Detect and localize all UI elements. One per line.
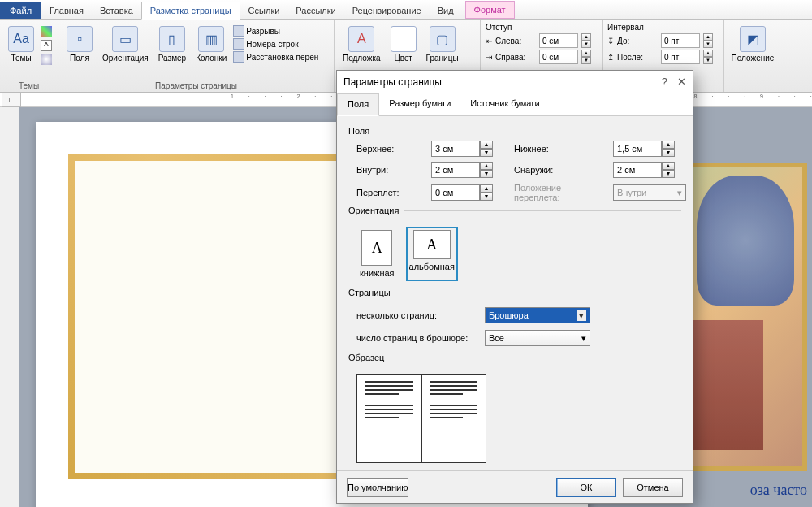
margins-icon: ▫ — [67, 26, 93, 52]
tab-bar: Файл Главная Вставка Разметка страницы С… — [0, 0, 812, 20]
tab-home[interactable]: Главная — [41, 2, 92, 19]
vertical-ruler[interactable] — [0, 107, 19, 507]
tab-file[interactable]: Файл — [0, 2, 41, 19]
spacing-before-up[interactable]: ▲ — [703, 33, 713, 41]
indent-left-up[interactable]: ▲ — [581, 33, 591, 41]
margin-top-input[interactable] — [431, 141, 480, 157]
indent-left-down[interactable]: ▼ — [581, 41, 591, 48]
indent-right-down[interactable]: ▼ — [581, 57, 591, 64]
orientation-icon: ▭ — [112, 26, 138, 52]
margin-outside-input[interactable] — [613, 162, 662, 178]
theme-colors-icon[interactable] — [41, 26, 52, 37]
watermark-button[interactable]: AПодложка — [339, 24, 384, 64]
margin-inside-up[interactable]: ▲ — [480, 162, 493, 170]
tab-insert[interactable]: Вставка — [92, 2, 141, 19]
spacing-after-input[interactable]: 0 пт — [661, 50, 700, 64]
ok-button[interactable]: ОК — [556, 478, 616, 497]
margin-bottom-up[interactable]: ▲ — [662, 141, 675, 149]
dialog-help-button[interactable]: ? — [662, 76, 667, 88]
multi-pages-value: Брошюра — [489, 310, 529, 320]
margin-bottom-down[interactable]: ▼ — [662, 149, 675, 157]
margin-outside-down[interactable]: ▼ — [662, 170, 675, 178]
section-margins-title: Поля — [348, 126, 681, 136]
default-button[interactable]: По умолчанию — [347, 478, 408, 497]
dialog-tabs: Поля Размер бумаги Источник бумаги — [337, 93, 693, 116]
margin-inside-label: Внутри: — [356, 165, 421, 175]
margin-bottom-label: Нижнее: — [514, 144, 603, 154]
themes-icon: Aa — [8, 26, 34, 52]
size-button[interactable]: ▯Размер — [155, 24, 189, 64]
cancel-button[interactable]: Отмена — [623, 478, 683, 497]
spacing-before-input[interactable]: 0 пт — [661, 33, 700, 48]
spacing-before-down[interactable]: ▼ — [703, 41, 713, 48]
dialog-title: Параметры страницы — [343, 76, 442, 88]
columns-label: Колонки — [196, 54, 227, 63]
theme-effects-icon[interactable] — [41, 54, 52, 65]
position-icon: ◩ — [740, 26, 766, 52]
themes-button[interactable]: Aa Темы — [5, 24, 37, 64]
gutter-pos-label: Положение переплета: — [514, 183, 603, 202]
tab-selector[interactable]: ∟ — [2, 93, 21, 107]
dialog-tab-paper[interactable]: Размер бумаги — [379, 93, 460, 115]
line-numbers-label: Номера строк — [246, 40, 298, 49]
landscape-icon: A — [413, 230, 451, 259]
dialog-close-button[interactable]: ✕ — [677, 76, 686, 88]
tab-view[interactable]: Вид — [430, 2, 462, 19]
multi-pages-select[interactable]: Брошюра▾ — [485, 307, 590, 323]
orientation-landscape-button[interactable]: A альбомная — [406, 227, 458, 281]
breaks-button[interactable]: Разрывы — [233, 24, 318, 37]
tab-references[interactable]: Ссылки — [240, 2, 288, 19]
orientation-portrait-button[interactable]: A книжная — [356, 227, 398, 281]
dialog-titlebar: Параметры страницы ? ✕ — [337, 71, 693, 93]
orientation-button[interactable]: ▭Ориентация — [99, 24, 152, 64]
hyphenation-button[interactable]: Расстановка перен — [233, 50, 318, 63]
theme-fonts-icon[interactable]: A — [41, 40, 52, 51]
section-orientation-title: Ориентация — [348, 206, 404, 215]
breaks-icon — [233, 25, 244, 37]
tab-mailings[interactable]: Рассылки — [287, 2, 343, 19]
columns-icon: ▥ — [198, 26, 224, 52]
watermark-icon: A — [348, 26, 374, 52]
margin-top-down[interactable]: ▼ — [480, 149, 493, 157]
gutter-label: Переплет: — [356, 188, 421, 197]
gutter-up[interactable]: ▲ — [480, 184, 493, 193]
dialog-tab-source[interactable]: Источник бумаги — [460, 93, 549, 115]
margin-inside-input[interactable] — [431, 162, 480, 178]
tab-review[interactable]: Рецензирование — [344, 2, 430, 19]
margin-outside-label: Снаружи: — [514, 165, 603, 175]
page-borders-button[interactable]: ▢Границы — [423, 24, 462, 64]
columns-button[interactable]: ▥Колонки — [192, 24, 230, 64]
gutter-input[interactable] — [431, 184, 480, 201]
indent-right-input[interactable]: 0 см — [539, 50, 578, 64]
line-numbers-button[interactable]: Номера строк — [233, 37, 318, 50]
dialog-tab-margins[interactable]: Поля — [337, 93, 379, 116]
indent-right-up[interactable]: ▲ — [581, 50, 591, 57]
sheets-select[interactable]: Все▾ — [485, 330, 590, 346]
size-icon: ▯ — [159, 26, 185, 52]
spacing-after-up[interactable]: ▲ — [703, 50, 713, 57]
page-color-button[interactable]: Цвет — [387, 24, 420, 64]
indent-left-input[interactable]: 0 см — [539, 33, 578, 48]
tab-page-layout[interactable]: Разметка страницы — [141, 2, 240, 20]
sheets-value: Все — [489, 333, 504, 343]
landscape-label: альбомная — [409, 262, 455, 271]
page-text-fragment: оза часто — [750, 482, 807, 499]
hyphenation-icon — [233, 51, 244, 63]
tab-format[interactable]: Формат — [465, 1, 515, 19]
margin-outside-up[interactable]: ▲ — [662, 162, 675, 170]
gutter-pos-value: Внутри — [617, 188, 646, 197]
gutter-down[interactable]: ▼ — [480, 193, 493, 201]
spacing-after-label: После: — [617, 53, 658, 62]
margin-bottom-input[interactable] — [613, 141, 662, 157]
margins-button[interactable]: ▫Поля — [63, 24, 96, 64]
spacing-title: Интервал — [607, 23, 719, 32]
multi-pages-label: несколько страниц: — [356, 310, 478, 320]
spacing-after-down[interactable]: ▼ — [703, 57, 713, 64]
section-preview-title: Образец — [348, 353, 389, 362]
position-button[interactable]: ◩Положение — [729, 24, 776, 64]
margin-inside-down[interactable]: ▼ — [480, 170, 493, 178]
margin-top-up[interactable]: ▲ — [480, 141, 493, 149]
watermark-label: Подложка — [343, 54, 381, 63]
portrait-label: книжная — [360, 268, 395, 278]
page-setup-group-label: Параметры страницы — [63, 80, 329, 90]
